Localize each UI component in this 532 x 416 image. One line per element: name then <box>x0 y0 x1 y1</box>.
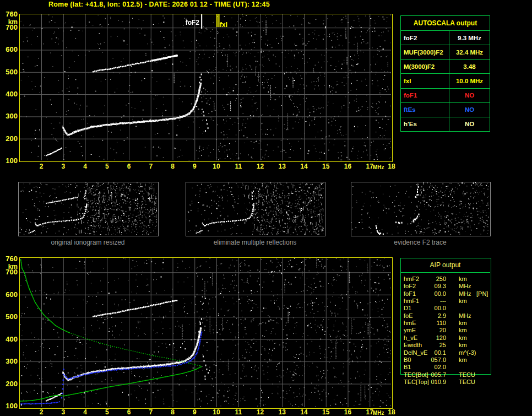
aip-value: 2.9 <box>411 312 446 319</box>
top-y-tick: 700 <box>0 23 18 31</box>
autoscala-param-value: 9.3 MHz <box>449 31 490 45</box>
top-x-tick: 16 <box>341 163 355 170</box>
aip-label: B0 <box>404 356 411 363</box>
aip-unit: TECU <box>459 379 475 385</box>
top-x-tick: 7 <box>144 163 158 170</box>
autoscala-row-h'Es: h'EsNO <box>401 117 490 131</box>
bottom-x-unit: MHz <box>373 410 384 416</box>
bottom-x-tick: 6 <box>122 408 135 416</box>
thumbnail-eliminate-reflections <box>186 182 325 236</box>
autoscala-param-value: NO <box>449 117 490 131</box>
aip-unit: km <box>459 342 467 348</box>
top-x-tick: 18 <box>385 163 398 170</box>
bottom-x-tick: 4 <box>79 408 92 416</box>
bottom-x-tick: 9 <box>188 408 201 416</box>
top-x-tick: 14 <box>297 163 311 170</box>
aip-value: 00.0 <box>411 290 446 297</box>
aip-unit: km <box>459 298 467 304</box>
autoscala-row-ftEs: ftEsNO <box>401 102 490 117</box>
autoscala-row-fxI: fxI10.0 MHz <box>401 73 490 88</box>
aip-value: 02.0 <box>411 364 446 370</box>
top-y-tick: 200 <box>0 134 18 143</box>
top-ionogram-plot <box>19 14 393 162</box>
bottom-x-tick: 13 <box>275 408 289 416</box>
bottom-y-tick: 400 <box>0 335 18 343</box>
aip-unit: km <box>459 356 467 363</box>
aip-unit: TECU <box>459 371 475 378</box>
thumbnail-evidence-canvas <box>351 182 489 235</box>
autoscala-param-value: NO <box>449 103 490 117</box>
bottom-y-tick: 300 <box>0 357 18 365</box>
autoscala-param-value: 32.4 MHz <box>449 45 490 59</box>
top-x-tick: 10 <box>210 163 223 170</box>
bottom-y-tick: 200 <box>0 380 18 388</box>
autoscala-window: Rome (lat: +41.8, lon: 012.5) - DATE: 20… <box>0 0 532 416</box>
aip-row-h_vE: h_vE120km <box>400 334 532 342</box>
foF2-marker-label: foF2 <box>177 19 199 26</box>
aip-unit: km <box>459 327 467 333</box>
top-x-tick: 8 <box>166 163 180 170</box>
bottom-x-tick: 16 <box>341 408 355 416</box>
aip-value: 250 <box>411 275 446 282</box>
top-y-tick: 760 <box>0 10 18 18</box>
aip-value: 005.7 <box>411 371 446 378</box>
aip-value: 110 <box>411 320 446 326</box>
autoscala-param-label: MUF(3000)F2 <box>401 45 449 59</box>
aip-row-hmF2: hmF2250km <box>400 275 532 283</box>
autoscala-param-value: NO <box>449 89 490 102</box>
thumbnail-original-canvas <box>19 182 157 235</box>
bottom-x-tick: 5 <box>100 408 113 416</box>
bottom-ionogram-canvas <box>20 258 391 407</box>
bottom-x-tick: 10 <box>210 408 223 416</box>
bottom-x-tick: 7 <box>144 408 158 416</box>
autoscala-param-value: 3.48 <box>449 60 490 73</box>
bottom-x-tick: 3 <box>57 408 70 416</box>
bottom-x-tick: 8 <box>166 408 180 416</box>
bottom-y-tick: 600 <box>0 290 18 299</box>
aip-label: D1 <box>404 305 411 311</box>
aip-unit: km <box>459 334 467 341</box>
top-x-tick: 11 <box>232 163 245 170</box>
autoscala-row-MUF(3000)F2: MUF(3000)F232.4 MHz <box>401 45 490 59</box>
thumbnail-evidence-f2 <box>351 182 491 236</box>
aip-row-D1: D100.0 <box>400 305 532 312</box>
aip-value: 00.0 <box>411 305 446 311</box>
aip-unit: MHz <box>459 290 471 297</box>
bottom-y-tick: 500 <box>0 312 18 321</box>
top-x-tick: 13 <box>275 163 289 170</box>
aip-unit: m^(-3) <box>459 349 476 356</box>
page-title: Rome (lat: +41.8, lon: 012.5) - DATE: 20… <box>48 1 270 8</box>
autoscala-row-foF1: foF1NO <box>401 88 490 102</box>
autoscala-param-label: M(3000)F2 <box>401 60 449 73</box>
aip-value: 00.1 <box>411 349 446 356</box>
bottom-x-tick: 18 <box>385 408 398 416</box>
bottom-x-tick: 11 <box>232 408 245 416</box>
bottom-x-tick: 12 <box>254 408 267 416</box>
top-y-tick: 100 <box>0 156 18 165</box>
aip-row-foE: foE2.9MHz <box>400 312 532 320</box>
aip-value: 057.0 <box>411 356 446 363</box>
aip-value: 25 <box>411 342 446 348</box>
top-y-tick: 300 <box>0 112 18 120</box>
aip-row-TEC[Top]: TEC[Top]010.9TECU <box>400 379 532 386</box>
bottom-ionogram-plot <box>19 257 393 409</box>
autoscala-param-label: foF1 <box>401 89 449 102</box>
aip-unit: MHz <box>459 283 471 289</box>
bottom-x-tick: 15 <box>319 408 333 416</box>
aip-label: B1 <box>404 364 411 370</box>
aip-row-TEC[Bot]: TEC[Bot]005.7TECU <box>400 371 532 379</box>
aip-unit: km <box>459 320 467 326</box>
top-x-unit: MHz <box>373 164 384 170</box>
top-x-tick: 4 <box>79 163 92 170</box>
autoscala-param-value: 10.0 MHz <box>449 74 490 88</box>
aip-value: --- <box>411 298 446 304</box>
aip-unit: MHz <box>459 312 471 319</box>
aip-value: 120 <box>411 334 446 341</box>
thumbnail-caption-evidence: evidence F2 trace <box>351 239 490 246</box>
aip-row-hmE: hmE110km <box>400 320 532 327</box>
thumbnail-eliminate-canvas <box>186 182 324 235</box>
autoscala-table: AUTOSCALA output foF29.3 MHzMUF(3000)F23… <box>400 15 490 132</box>
aip-row-B1: B102.0 <box>400 364 532 371</box>
aip-row-B0: B0057.0km <box>400 356 532 364</box>
autoscala-row-M(3000)F2: M(3000)F23.48 <box>401 59 490 73</box>
